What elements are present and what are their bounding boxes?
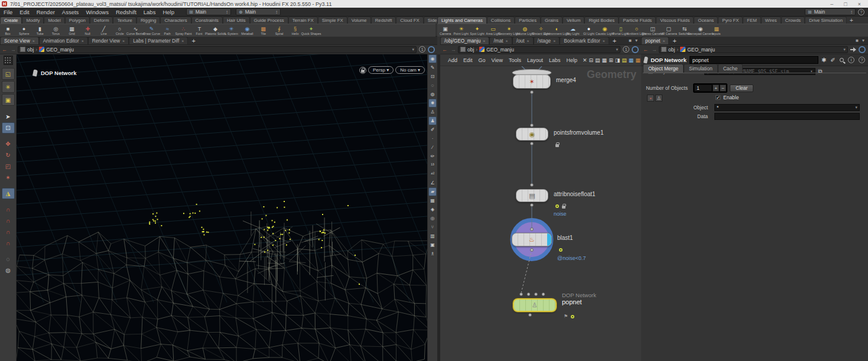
net-menu-view[interactable]: View	[489, 57, 506, 63]
new-tab-button[interactable]: +	[188, 37, 199, 44]
snap-edge-icon[interactable]: ∩	[2, 226, 15, 238]
persp-view-button[interactable]: Persp ▾	[368, 66, 394, 74]
network-canvas[interactable]: Geometry ✶merge4◉pointsfromvolume1▤attri…	[440, 66, 641, 361]
menu-file[interactable]: File	[0, 9, 16, 15]
shelf-tool-line[interactable]: ╱Line	[96, 24, 112, 37]
shelf-tool-spiral[interactable]: ∮Spiral	[271, 24, 287, 37]
pane-menu-icon[interactable]: ▾	[635, 38, 638, 43]
shelf-tab-volume[interactable]: Volume	[347, 17, 371, 24]
split-view-icon[interactable]: ◨	[615, 57, 620, 63]
current-tool-icon[interactable]: ◮	[2, 188, 15, 199]
pen-icon[interactable]: ✏	[428, 152, 437, 161]
camera-select-button[interactable]: No cam ▾	[395, 66, 425, 74]
shelf-tab-create[interactable]: Create	[0, 17, 22, 24]
pane-tab--stage[interactable]: /stage×	[534, 37, 560, 44]
headlight-icon[interactable]: ✹	[428, 99, 437, 108]
close-tab-icon[interactable]: ×	[82, 39, 84, 43]
snap-point-icon[interactable]: ∩	[2, 215, 15, 226]
tile-mode-icon[interactable]: ⊞	[609, 57, 613, 63]
net-menu-go[interactable]: Go	[476, 57, 489, 63]
camera-lock-icon[interactable]	[359, 67, 366, 74]
maximize-pane-icon[interactable]: ■	[856, 38, 859, 43]
scene-link-badge[interactable]: 1	[419, 46, 425, 53]
close-tab-icon[interactable]: ×	[553, 39, 555, 43]
menu-windows[interactable]: Windows	[82, 9, 112, 15]
shelf-tab-collisions[interactable]: Collisions	[487, 17, 515, 24]
character-blue-icon[interactable]: ♟	[428, 116, 437, 125]
shelf-tool-metaball[interactable]: ◉Metaball	[239, 24, 255, 37]
shelf-tab-characters[interactable]: Characters	[160, 17, 191, 24]
parent-network-icon[interactable]: ⊟	[589, 57, 594, 63]
shelf-tool-geometry-light[interactable]: ✶Geometry Light	[501, 24, 517, 37]
path-segment-geo_manju[interactable]: GEO_manju	[486, 47, 514, 53]
net-back-arrow-icon[interactable]: ←	[442, 47, 447, 53]
shelf-tool-gamepad-camera[interactable]: ◉Gamepad Camera	[693, 24, 708, 37]
pane-tab-scene-view[interactable]: Scene View×	[0, 37, 39, 44]
shelf-tool-volume-light[interactable]: ◍Volume Light	[517, 24, 533, 37]
shelf-tool-gi-light[interactable]: ●GI Light	[581, 24, 597, 37]
close-tab-icon[interactable]: ×	[181, 39, 184, 43]
shelf-tool-sky-light[interactable]: ☁Sky Light	[565, 24, 581, 37]
shelf-tab-vellum[interactable]: Vellum	[563, 17, 584, 24]
net-menu-layout[interactable]: Layout	[524, 57, 546, 63]
shelf-tab-viscous-fluids[interactable]: Viscous Fluids	[656, 17, 694, 24]
shelf-tab-crowds[interactable]: Crowds	[781, 17, 805, 24]
close-tab-icon[interactable]: ×	[662, 39, 665, 43]
brush-icon[interactable]: ✐	[831, 57, 836, 63]
translate-icon[interactable]: ✥	[2, 138, 15, 149]
character-icon[interactable]: ♙	[428, 108, 437, 116]
node-blast1[interactable]: ♨	[512, 233, 552, 246]
folder-tab-cache[interactable]: Cache	[718, 64, 743, 73]
new-tab-button[interactable]: +	[609, 37, 620, 44]
pane-tab-popnet[interactable]: popnet×	[641, 37, 669, 44]
net-menu-edit[interactable]: Edit	[460, 57, 476, 63]
remove-instance-button[interactable]: ×	[647, 95, 654, 102]
pane-handle-icon[interactable]	[4, 56, 13, 65]
customize-icon[interactable]: ✕	[583, 57, 587, 63]
close-tab-icon[interactable]: ×	[527, 39, 529, 43]
shelf-tool-l-system[interactable]: ✳L-System	[223, 24, 239, 37]
shelf-tool-quick-shapes[interactable]: ✦Quick Shapes	[303, 24, 319, 37]
clear-button[interactable]: Clear	[730, 84, 753, 92]
menu-labs[interactable]: Labs	[140, 9, 160, 15]
num-objects-field[interactable]: 1	[694, 84, 712, 92]
shelf-tab-guide-process[interactable]: Guide Process	[250, 17, 288, 24]
enable-checkbox[interactable]: ✓	[716, 95, 720, 100]
right-desktop-selector[interactable]: ⊞ Main ↕	[805, 8, 856, 15]
shelf-tool-torus[interactable]: ◎Torus	[48, 24, 64, 37]
shelf-tab-simple-fx[interactable]: Simple FX	[318, 17, 347, 24]
node-popnet[interactable]: ♙	[513, 298, 557, 312]
ghost-objects-icon[interactable]: ◌	[428, 81, 437, 90]
shelf-tool-spot-light[interactable]: ✦Spot Light	[469, 24, 485, 37]
angle-icon[interactable]: ∠	[428, 178, 437, 187]
snap-prim-icon[interactable]: ∩	[2, 238, 15, 249]
path-segment-geo_manju[interactable]: GEO_manju	[687, 47, 715, 53]
bypass-badge-icon[interactable]	[559, 248, 563, 252]
shelf-tab-grains[interactable]: Grains	[541, 17, 563, 24]
close-tab-icon[interactable]: ×	[122, 39, 125, 43]
close-tab-icon[interactable]: ×	[603, 39, 605, 43]
menu-redshift[interactable]: Redshift	[112, 9, 140, 15]
reference-image-icon[interactable]: ◍	[2, 265, 15, 276]
construction-plane-icon[interactable]: ◌	[2, 253, 15, 265]
path-segment-obj[interactable]: obj	[668, 47, 675, 53]
param-back-arrow-icon[interactable]: ←	[643, 47, 648, 53]
select-geometry-icon[interactable]: ▣	[2, 94, 15, 106]
forward-arrow-icon[interactable]: →	[11, 47, 16, 53]
shelf-tool-curve-bezier[interactable]: ∿Curve Bezier	[128, 24, 144, 37]
bypass-badge-icon[interactable]	[555, 204, 559, 208]
pane-tab-animation-editor[interactable]: Animation Editor×	[39, 37, 88, 44]
desktop-selector[interactable]: ⊞ Main ↕	[186, 8, 231, 15]
show-handles-icon[interactable]: ✳	[2, 81, 15, 93]
visibility-icon[interactable]: ◉	[428, 54, 437, 63]
maximize-button[interactable]: □	[844, 1, 847, 7]
shelf-tab-wires[interactable]: Wires	[761, 17, 781, 24]
menu-render[interactable]: Render	[33, 9, 58, 15]
select-arrow-icon[interactable]: ➤	[2, 111, 15, 122]
maximize-pane-icon[interactable]: ■	[629, 38, 632, 43]
group-select-icon[interactable]: ◎	[428, 214, 437, 223]
secure-selection-icon[interactable]: ⊡	[2, 122, 15, 134]
world-icon[interactable]: ◍	[428, 90, 437, 99]
back-arrow-icon[interactable]: ←	[2, 47, 7, 53]
search-icon[interactable]	[840, 58, 844, 62]
